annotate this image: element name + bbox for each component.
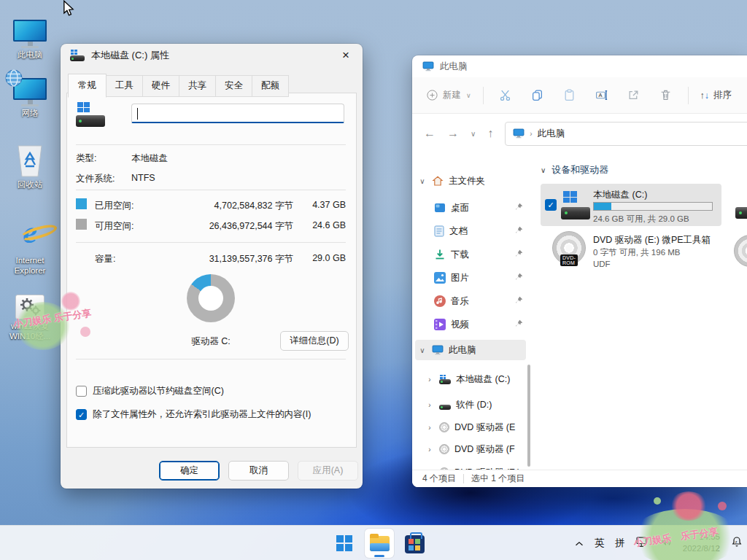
sidebar-item-dvd-f[interactable]: › DVD 驱动器 (F (415, 439, 526, 459)
desktop-icon-recycle-bin[interactable]: 回收站 (6, 144, 54, 190)
dialog-titlebar[interactable]: 本地磁盘 (C:) 属性 (61, 44, 363, 67)
taskbar-center (330, 526, 429, 560)
explorer-toolbar: 新建 ∨ A ↑↓ 排序 (412, 77, 747, 114)
sidebar-item-downloads[interactable]: 下载 (415, 244, 526, 265)
tray-chevron-up-icon[interactable] (575, 537, 584, 550)
close-icon[interactable]: × (332, 45, 360, 66)
tile-checkbox[interactable]: ✓ (545, 199, 557, 211)
group-header[interactable]: ∨ 设备和驱动器 (541, 163, 608, 176)
desktop-icon-label: 此电脑 (6, 50, 54, 61)
sidebar-item-label: 软件 (D:) (456, 399, 492, 411)
text-caret (137, 108, 138, 120)
back-icon[interactable]: ← (424, 127, 436, 140)
taskbar-store-button[interactable] (400, 529, 429, 558)
drive-tile-dvd-e[interactable]: DVD-ROM DVD 驱动器 (E:) 微PE工具箱 0 字节 可用, 共 1… (541, 229, 721, 276)
sidebar-item-pictures[interactable]: 图片 (415, 268, 526, 288)
tab-security[interactable]: 安全 (216, 75, 252, 97)
drive-tile-c[interactable]: ✓ 本地磁盘 (C:) 24.6 GB 可用, 共 29.0 GB (541, 184, 721, 226)
volume-label-input[interactable] (131, 104, 344, 123)
start-button[interactable] (330, 529, 359, 558)
ime-language-indicator[interactable]: 英 (595, 537, 605, 550)
sidebar-item-music[interactable]: 音乐 (415, 291, 526, 311)
cut-button[interactable] (489, 85, 522, 106)
cancel-button[interactable]: 取消 (228, 461, 289, 481)
tab-hardware[interactable]: 硬件 (143, 75, 179, 97)
taskbar-explorer-button[interactable] (365, 529, 394, 558)
notification-bell-icon[interactable]: z (731, 536, 743, 551)
chevron-right-icon: › (425, 376, 434, 384)
up-icon[interactable]: ↑ (487, 127, 493, 140)
copy-button[interactable] (522, 85, 554, 106)
sidebar-scrollbar[interactable] (527, 365, 530, 467)
tab-sharing[interactable]: 共享 (179, 75, 216, 97)
free-bytes: 26,436,972,544 字节 (169, 220, 293, 233)
desktop: { "desktop_icons": [ { "label": "此电脑" },… (0, 0, 747, 560)
desktop-icon-internet-explorer[interactable]: e Internet Explorer (6, 211, 54, 276)
network-icon[interactable] (636, 537, 649, 551)
sidebar-item-home[interactable]: ∨ 主文件夹 (415, 171, 526, 191)
tab-quota[interactable]: 配额 (252, 75, 289, 97)
share-button[interactable] (618, 85, 650, 106)
compress-checkbox-row[interactable]: 压缩此驱动器以节约磁盘空间(C) (76, 385, 224, 397)
delete-button[interactable] (650, 85, 682, 106)
index-checkbox[interactable]: ✓ (76, 409, 87, 420)
tab-page-general: 类型: 本地磁盘 文件系统: NTFS 已用空间: 4,702,584,832 … (66, 93, 357, 448)
this-pc-icon (13, 20, 47, 48)
globe-icon (4, 69, 23, 88)
copy-icon (531, 89, 543, 101)
desktop-icon-this-pc[interactable]: 此电脑 (6, 15, 54, 61)
sidebar-item-this-pc[interactable]: ∨ 此电脑 (415, 340, 526, 360)
tray-time: 14:55 (683, 532, 720, 543)
free-space-label: 可用空间: (95, 220, 133, 233)
sidebar-item-drive-d[interactable]: › 软件 (D:) (415, 394, 526, 415)
windows-logo-icon (336, 535, 352, 551)
ime-method-indicator[interactable]: 拼 (615, 537, 625, 550)
address-bar[interactable]: › 此电脑 (505, 122, 747, 146)
usage-bar (593, 202, 713, 211)
sidebar-item-documents[interactable]: 文档 (415, 221, 526, 241)
new-button[interactable]: 新建 ∨ (421, 85, 477, 106)
recent-chevron-icon[interactable]: ∨ (471, 130, 476, 138)
index-checkbox-row[interactable]: ✓ 除了文件属性外，还允许索引此驱动器上文件的内容(I) (76, 408, 311, 421)
sort-button[interactable]: ↑↓ 排序 (694, 85, 738, 106)
volume-icon[interactable] (660, 537, 672, 550)
group-header-label: 设备和驱动器 (551, 163, 608, 176)
sidebar-item-label: 桌面 (451, 202, 469, 214)
mouse-cursor (63, 0, 75, 20)
sidebar-item-dvd-e[interactable]: › DVD 驱动器 (E (415, 417, 526, 438)
details-button[interactable]: 详细信息(D) (280, 331, 349, 351)
dialog-title: 本地磁盘 (C:) 属性 (91, 49, 169, 62)
drive-name: 本地磁盘 (C:) (593, 189, 647, 201)
forward-icon[interactable]: → (447, 127, 459, 140)
chevron-right-icon: › (425, 446, 434, 454)
sidebar-item-videos[interactable]: 视频 (415, 314, 526, 335)
compress-checkbox[interactable] (76, 386, 87, 397)
breadcrumb: 此电脑 (538, 128, 565, 140)
ok-button[interactable]: 确定 (159, 461, 220, 481)
sidebar-item-desktop[interactable]: 桌面 (415, 198, 526, 218)
capacity-gb: 29.0 GB (295, 253, 346, 263)
address-row: ← → ∨ ↑ › 此电脑 (412, 114, 747, 153)
status-selected: 选中 1 个项目 (471, 472, 525, 485)
drive-filesystem: UDF (593, 260, 611, 268)
gears-icon (15, 295, 44, 319)
rename-button[interactable]: A (586, 85, 618, 106)
apply-button[interactable]: 应用(A) (298, 461, 358, 481)
paste-button[interactable] (554, 85, 586, 106)
separator (76, 144, 346, 145)
tab-tools[interactable]: 工具 (107, 75, 143, 97)
desktop-icon-win11-restore[interactable]: win11恢复 WIN10经... (6, 286, 54, 342)
clock[interactable]: 14:55 2022/8/12 (683, 532, 720, 554)
free-gb: 24.6 GB (295, 220, 346, 230)
desktop-icon-network[interactable]: 网络 (6, 73, 54, 119)
tab-general[interactable]: 常规 (68, 74, 107, 98)
sidebar-item-drive-c[interactable]: › 本地磁盘 (C:) (415, 369, 526, 389)
explorer-titlebar[interactable]: 此电脑 (412, 55, 747, 77)
usage-donut (187, 274, 235, 322)
chevron-down-icon: ∨ (418, 177, 427, 185)
this-pc-icon (422, 61, 434, 71)
drive-icon-partial (735, 191, 747, 219)
drive-icon (70, 50, 85, 61)
explorer-title: 此电脑 (440, 61, 468, 73)
drive-icon-large (76, 102, 105, 127)
